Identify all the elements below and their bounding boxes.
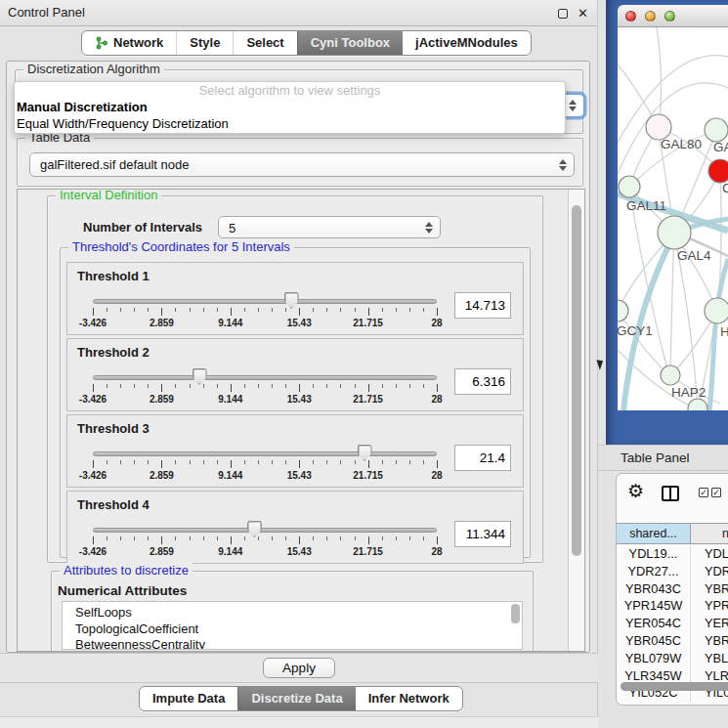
slider-track[interactable] bbox=[93, 451, 437, 456]
dropdown-item-manual-discretization[interactable]: Manual Discretization bbox=[15, 99, 565, 115]
tab-style[interactable]: Style bbox=[176, 31, 233, 55]
list-item[interactable]: TopologicalCoefficient bbox=[63, 621, 522, 638]
threshold-3-value-field[interactable]: 21.4 bbox=[454, 445, 511, 471]
threshold-label: Threshold 2 bbox=[77, 345, 150, 360]
footer-strip bbox=[0, 716, 598, 728]
table-data-group: Table Data galFiltered.sif default node bbox=[17, 138, 583, 187]
network-view-window[interactable]: GAL80GACGAL11GAL4GCY1HHAP2 bbox=[606, 0, 728, 445]
apply-button[interactable]: Apply bbox=[263, 658, 335, 678]
tab-infer-network[interactable]: Infer Network bbox=[356, 687, 462, 710]
threshold-label: Threshold 1 bbox=[77, 269, 150, 283]
split-view-icon[interactable] bbox=[662, 486, 679, 501]
tab-discretize-data[interactable]: Discretize Data bbox=[237, 687, 355, 710]
slider-thumb[interactable] bbox=[247, 521, 262, 537]
network-canvas[interactable]: GAL80GACGAL11GAL4GCY1HHAP2 bbox=[618, 27, 728, 410]
slider-track[interactable] bbox=[93, 299, 437, 304]
control-panel: Control Panel ✕ Network Style Select Cyn… bbox=[0, 0, 598, 728]
slider-tick-labels: -3.4262.8599.14415.4321.71528 bbox=[93, 318, 437, 329]
threshold-2-value-field[interactable]: 6.316 bbox=[454, 368, 511, 395]
close-icon[interactable]: ✕ bbox=[577, 7, 589, 20]
table-row[interactable]: YDL19...YDL19 bbox=[617, 545, 728, 563]
svg-text:C: C bbox=[722, 181, 728, 195]
slider-track[interactable] bbox=[93, 375, 437, 380]
list-scrollbar[interactable] bbox=[511, 604, 520, 623]
slider-thumb[interactable] bbox=[284, 292, 299, 309]
table-panel-title: Table Panel bbox=[621, 446, 690, 471]
gear-icon[interactable]: ⚙ bbox=[627, 480, 644, 501]
table-row[interactable]: YBR043CYBR04 bbox=[617, 580, 728, 598]
numerical-attributes-label: Numerical Attributes bbox=[58, 583, 187, 598]
threshold-2-slider[interactable]: -3.4262.8599.14415.4321.71528 bbox=[93, 368, 437, 409]
cyni-toolbox-content: Discretization Algorithm Select algorith… bbox=[6, 61, 590, 653]
threshold-3-slider[interactable]: -3.4262.8599.14415.4321.71528 bbox=[93, 445, 437, 486]
svg-text:GAL4: GAL4 bbox=[677, 248, 711, 263]
tab-impute-data[interactable]: Impute Data bbox=[140, 687, 237, 710]
slider-ticks bbox=[93, 460, 437, 469]
tab-cyni-toolbox[interactable]: Cyni Toolbox bbox=[297, 31, 403, 55]
group-title: Interval Definition bbox=[56, 189, 161, 202]
combo-value: galFiltered.sif default node bbox=[40, 153, 189, 176]
list-item[interactable]: SelfLoops bbox=[63, 602, 522, 621]
numerical-attributes-list[interactable]: SelfLoops TopologicalCoefficient Between… bbox=[62, 601, 523, 650]
table-horizontal-scrollbar[interactable] bbox=[621, 682, 728, 691]
combo-value: 5 bbox=[229, 217, 236, 239]
network-window-titlebar[interactable] bbox=[618, 5, 728, 27]
float-window-icon[interactable] bbox=[558, 9, 568, 19]
table-row[interactable]: YPR145WYPR14 bbox=[617, 597, 728, 615]
slider-tick-labels: -3.4262.8599.14415.4321.71528 bbox=[93, 470, 437, 482]
table-row[interactable]: YBL079WYBL07 bbox=[617, 650, 728, 667]
panel-title: Control Panel bbox=[8, 0, 85, 25]
scrollbar-thumb[interactable] bbox=[572, 205, 581, 556]
threshold-4-value-field[interactable]: 11.344 bbox=[454, 521, 511, 547]
list-item[interactable]: BetweennessCentrality bbox=[63, 637, 522, 650]
threshold-1-slider[interactable]: -3.4262.8599.14415.4321.71528 bbox=[93, 292, 437, 333]
slider-thumb[interactable] bbox=[193, 368, 207, 385]
tab-label: Network bbox=[113, 31, 163, 55]
settings-scrollbar[interactable] bbox=[568, 190, 584, 651]
cyni-mode-tabs: Impute Data Discretize Data Infer Networ… bbox=[139, 686, 463, 711]
slider-tick-labels: -3.4262.8599.14415.4321.71528 bbox=[93, 546, 437, 558]
tab-label: Discretize Data bbox=[251, 687, 342, 710]
threshold-3-box: Threshold 3 -3.4262.8599.14415.4321.7152… bbox=[66, 414, 524, 488]
interval-definition-group: Interval Definition Number of Intervals … bbox=[47, 195, 543, 563]
threshold-1-value-field[interactable]: 14.713 bbox=[454, 292, 511, 319]
control-panel-titlebar: Control Panel ✕ bbox=[0, 0, 597, 26]
threshold-label: Threshold 4 bbox=[77, 497, 150, 512]
tab-label: jActiveMNodules bbox=[415, 31, 518, 55]
column-header-shared-name[interactable]: shared... bbox=[617, 524, 691, 543]
tab-label: Impute Data bbox=[152, 687, 225, 710]
column-header-name[interactable]: n bbox=[691, 524, 728, 543]
checkbox-icon[interactable]: ✓ bbox=[699, 488, 708, 497]
table-header-row: shared... n bbox=[617, 523, 728, 544]
slider-tick-labels: -3.4262.8599.14415.4321.71528 bbox=[93, 394, 437, 406]
slider-ticks bbox=[93, 536, 437, 545]
threshold-label: Threshold 3 bbox=[77, 421, 150, 436]
slider-thumb[interactable] bbox=[358, 445, 372, 461]
minimize-traffic-light-icon[interactable] bbox=[645, 11, 656, 21]
algorithm-dropdown-popup: Select algorithm to view settings Manual… bbox=[14, 81, 566, 134]
group-title: Attributes to discretize bbox=[60, 563, 193, 578]
table-data-combobox[interactable]: galFiltered.sif default node bbox=[29, 152, 575, 177]
table-body: YDL19...YDL19YDR27...YDR27YBR043CYBR04YP… bbox=[617, 545, 728, 705]
table-row[interactable]: YBR045CYBR04 bbox=[617, 632, 728, 650]
threshold-4-box: Threshold 4 -3.4262.8599.14415.4321.7152… bbox=[66, 491, 524, 564]
threshold-1-box: Threshold 1 -3.4262.8599.14415.4321.7152… bbox=[66, 262, 524, 335]
tab-network[interactable]: Network bbox=[82, 31, 176, 55]
table-row[interactable]: YDR27...YDR27 bbox=[617, 563, 728, 580]
svg-text:GA: GA bbox=[713, 140, 728, 154]
close-traffic-light-icon[interactable] bbox=[625, 11, 636, 21]
dropdown-item-equal-width-frequency[interactable]: Equal Width/Frequency Discretization bbox=[15, 115, 565, 132]
tab-label: Infer Network bbox=[368, 687, 450, 710]
threshold-4-slider[interactable]: -3.4262.8599.14415.4321.71528 bbox=[93, 521, 437, 562]
thresholds-group: Threshold's Coordinates for 5 Intervals … bbox=[60, 247, 531, 558]
svg-text:GCY1: GCY1 bbox=[618, 323, 653, 338]
slider-track[interactable] bbox=[93, 528, 437, 533]
tab-jactivemnodules[interactable]: jActiveMNodules bbox=[403, 31, 531, 55]
tab-label: Select bbox=[246, 31, 283, 55]
table-row[interactable]: YER054CYER05 bbox=[617, 615, 728, 632]
tab-select[interactable]: Select bbox=[233, 31, 296, 55]
combo-stepper-icon bbox=[559, 159, 567, 171]
checkbox-icon[interactable]: ✓ bbox=[711, 488, 721, 497]
number-of-intervals-combobox[interactable]: 5 bbox=[218, 216, 441, 238]
zoom-traffic-light-icon[interactable] bbox=[664, 11, 675, 21]
